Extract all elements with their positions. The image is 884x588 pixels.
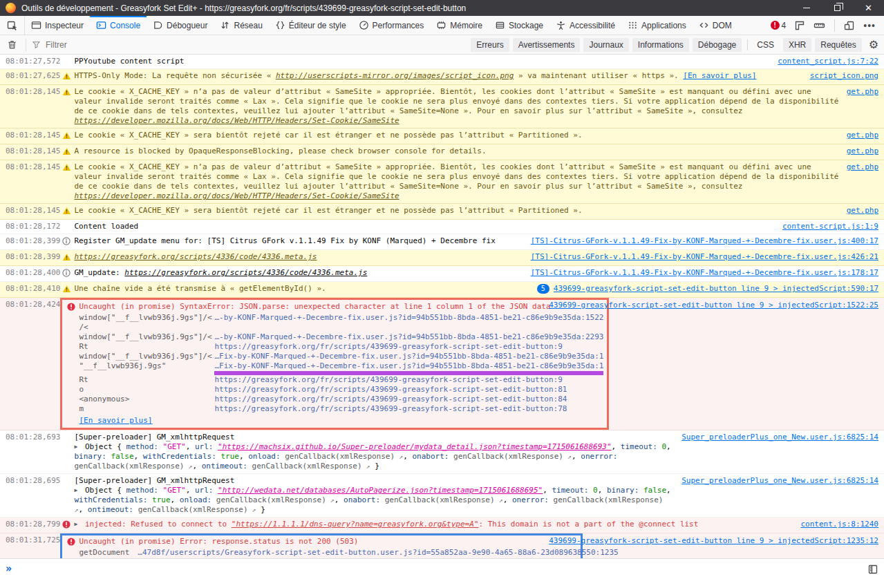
console-row: 08:01:28,695[Super-preloader] GM_xmlhttp… (0, 474, 884, 518)
source-location-link[interactable]: content_script.js:7:22 (778, 57, 878, 66)
message-text: url: (195, 486, 218, 495)
stack-frame-link[interactable]: https://greasyfork.org/fr/scripts/439699… (214, 375, 562, 385)
source-location-link[interactable]: content-script.js:1:9 (782, 222, 878, 231)
stack-frame-link[interactable]: https://greasyfork.org/fr/scripts/439699… (214, 342, 562, 352)
source-location-link[interactable]: get.php (847, 162, 878, 172)
console-row: 08:01:28,424Uncaught (in promise) Syntax… (0, 298, 884, 430)
measuring-tool-button[interactable] (790, 20, 809, 31)
tab-editeur-de-style[interactable]: Éditeur de style (269, 16, 352, 35)
message-text: timeout: (552, 486, 593, 495)
filter-chip-css[interactable]: CSS (751, 38, 780, 52)
message-link[interactable]: https://greasyfork.org/scripts/4336/code… (124, 268, 367, 277)
message-link[interactable]: "https://machsix.github.io/Super-preload… (218, 442, 612, 451)
message-link[interactable]: https://greasyfork.org/scripts/4336/code… (74, 252, 317, 261)
close-button[interactable]: ✕ (853, 0, 884, 16)
accessibility-icon (556, 20, 566, 30)
filter-chip-requetes[interactable]: Requêtes (815, 38, 861, 52)
restore-button[interactable] (822, 0, 853, 16)
tab-debogueur[interactable]: Débogueur (147, 16, 214, 35)
message-text: genCallback(xmlResponse) (252, 462, 362, 471)
source-location-link[interactable]: 439699-greasyfork-script-set-edit-button… (554, 284, 878, 294)
tab-console[interactable]: Console (90, 16, 147, 35)
filter-chip-informations[interactable]: Informations (632, 38, 689, 52)
console-settings-gear-icon[interactable]: ⚙ (869, 39, 878, 50)
source-location-link[interactable]: get.php (847, 131, 878, 140)
stack-frame-link[interactable]: …-by-KONF-Marqued-+-Decembre-fix.user.js… (214, 313, 603, 332)
message-link[interactable]: https://developer.mozilla.org/docs/Web/H… (74, 191, 399, 200)
multiline-editor-button[interactable] (867, 562, 878, 575)
source-location-link[interactable]: 439699-greasyfork-script-set-edit-button… (549, 536, 878, 546)
tab-performances[interactable]: Performances (352, 16, 431, 35)
stack-frame-link[interactable]: …Fix-by-KONF-Marqued-+-Decembre-fix.user… (214, 352, 603, 361)
stack-frame-link[interactable]: https://greasyfork.org/fr/scripts/439699… (214, 404, 567, 414)
tab-stockage[interactable]: Stockage (489, 16, 549, 35)
message-text: binary: (74, 452, 111, 461)
message-body: Content loaded (60, 220, 775, 234)
source-location-link[interactable]: get.php (847, 206, 878, 216)
stack-frame-link[interactable]: …47d8f/userscripts/Greasyfork-script-set… (138, 548, 618, 558)
expand-arrow-icon[interactable]: ▶ (74, 487, 77, 493)
console-row: 08:01:28,145Le cookie « X_CACHE_KEY » n’… (0, 160, 884, 204)
message-body: Le cookie « X_CACHE_KEY » sera bientôt r… (60, 129, 839, 144)
tab-reseau[interactable]: Réseau (214, 16, 268, 35)
source-location-link[interactable]: 439699-greasyfork-script-set-edit-button… (549, 301, 878, 310)
message-text: : This domain is not a part of the @conn… (478, 520, 698, 529)
source-location: [TS]-Citrus-GFork-v.1.1.49-Fix-by-KONF-M… (524, 234, 884, 246)
message-text: genCallback(xmlResponse) (138, 505, 248, 514)
source-location-link[interactable]: Super_preloaderPlus_one_New.user.js:6825… (681, 433, 878, 442)
minimize-button[interactable] (791, 0, 822, 16)
learn-more-link[interactable]: [En savoir plus] (683, 71, 756, 80)
tab-accessibilite[interactable]: Accessibilité (549, 16, 621, 35)
stack-frame: window["__f__lvwb936j.9gs"]/<…Fix-by-KON… (79, 352, 604, 361)
highlighted-message-box: Uncaught (in promise) SyntaxError: JSON.… (60, 298, 609, 430)
source-location-link[interactable]: content.js:8:1240 (800, 520, 878, 529)
expand-arrow-icon[interactable]: ▶ (74, 444, 77, 450)
error-count-indicator[interactable]: ! 4 (771, 21, 787, 30)
clear-console-button[interactable] (6, 39, 21, 50)
message-link[interactable]: "http://wedata.net/databases/AutoPageriz… (218, 486, 543, 495)
filter-input[interactable] (44, 39, 238, 50)
source-location-link[interactable]: Super_preloaderPlus_one_New.user.js:6825… (681, 476, 878, 486)
tab-inspecteur[interactable]: Inspecteur (25, 16, 90, 35)
message-link[interactable]: http://userscripts-mirror.org/images/scr… (276, 71, 514, 80)
devtools-menu-button[interactable]: ••• (859, 20, 880, 31)
filter-chip-xhr[interactable]: XHR (783, 38, 811, 52)
source-location: get.php (840, 204, 884, 216)
stack-frame-link[interactable]: …Fix-by-KONF-Marqued-+-Decembre-fix.user… (214, 361, 603, 375)
rulers-button[interactable] (809, 20, 829, 31)
filter-chip-erreurs[interactable]: Erreurs (471, 38, 509, 52)
message-text: false (111, 452, 133, 461)
filter-chip-debogage[interactable]: Débogage (693, 38, 742, 52)
message-text: ↗ (395, 453, 403, 460)
learn-more-link[interactable]: [En savoir plus] (79, 416, 152, 425)
message-text: genCallback(xmlResponse) (453, 452, 563, 461)
tab-dom[interactable]: DOM (693, 16, 738, 35)
stack-frame-link[interactable]: https://greasyfork.org/fr/scripts/439699… (214, 385, 567, 395)
message-text: genCallback(xmlResponse) (216, 495, 326, 504)
message-body: https://greasyfork.org/scripts/4336/code… (60, 250, 523, 265)
stack-frame-link[interactable]: https://greasyfork.org/fr/scripts/439699… (214, 395, 567, 404)
source-location: 439699-greasyfork-script-set-edit-button… (549, 536, 878, 546)
firefox-icon (6, 3, 16, 13)
message-link[interactable]: "https://1.1.1.1/dns-query?name=greasyfo… (232, 520, 479, 529)
warning-icon (60, 131, 74, 142)
tab-applications[interactable]: Applications (621, 16, 693, 35)
source-location-link[interactable]: [TS]-Citrus-GFork-v.1.1.49-Fix-by-KONF-M… (531, 252, 878, 262)
responsive-design-button[interactable] (840, 20, 859, 31)
console-row: 08:01:28,693[Super-preloader] GM_xmlhttp… (0, 430, 884, 474)
tab-memoire[interactable]: Mémoire (430, 16, 489, 35)
message-text: Le cookie « X_CACHE_KEY » sera bientôt r… (74, 206, 582, 215)
source-location-link[interactable]: script_icon.png (810, 71, 878, 81)
pick-element-button[interactable] (0, 16, 25, 35)
console-input-bar[interactable]: » (0, 558, 884, 588)
stack-frame-link[interactable]: …-by-KONF-Marqued-+-Decembre-fix.user.js… (214, 332, 603, 342)
timestamp: 08:01:28,695 (0, 474, 60, 487)
filter-chip-avertissements[interactable]: Avertissements (513, 38, 581, 52)
message-link[interactable]: https://developer.mozilla.org/docs/Web/H… (74, 116, 399, 125)
filter-chip-journaux[interactable]: Journaux (583, 38, 628, 52)
source-location-link[interactable]: [TS]-Citrus-GFork-v.1.1.49-Fix-by-KONF-M… (531, 268, 878, 278)
source-location-link[interactable]: get.php (847, 146, 878, 156)
expand-arrow-icon[interactable]: ▶ (74, 521, 77, 527)
source-location-link[interactable]: get.php (847, 87, 878, 97)
source-location-link[interactable]: [TS]-Citrus-GFork-v.1.1.49-Fix-by-KONF-M… (531, 236, 878, 246)
